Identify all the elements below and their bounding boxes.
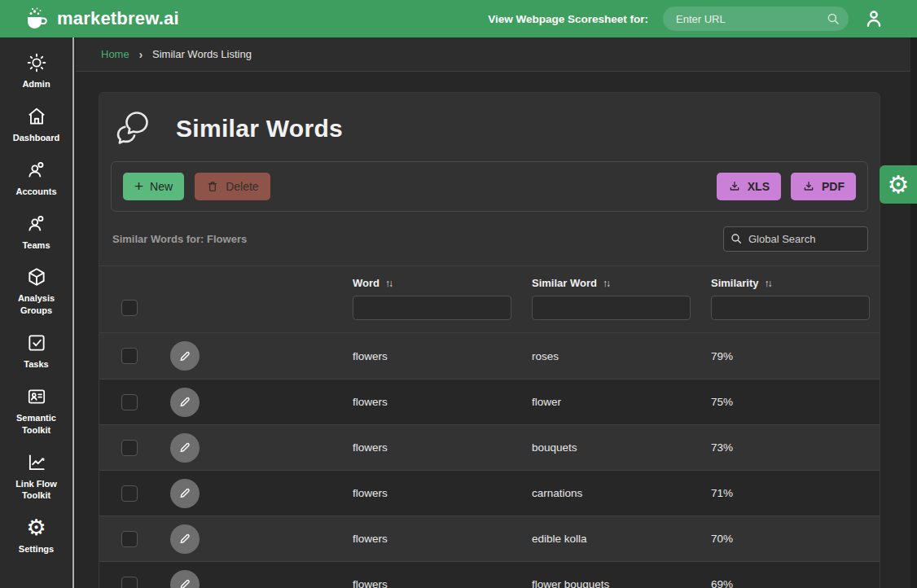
- delete-button[interactable]: Delete: [195, 173, 270, 200]
- edit-button[interactable]: [170, 341, 200, 371]
- sort-icon[interactable]: ↑↓: [765, 278, 771, 289]
- word-cell: flowers: [353, 487, 532, 499]
- similar-word-cell: bouquets: [532, 441, 711, 454]
- sidebar: Admin Dashboard Accounts Teams: [0, 37, 74, 588]
- row-checkbox[interactable]: [121, 440, 138, 456]
- edit-button[interactable]: [170, 433, 200, 463]
- settings-flyout-button[interactable]: ⚙: [880, 165, 917, 204]
- pencil-icon: [178, 395, 192, 409]
- sidebar-item-analysis-groups[interactable]: Analysis Groups: [2, 266, 71, 317]
- export-pdf-button[interactable]: PDF: [791, 173, 856, 200]
- sidebar-item-settings[interactable]: ⚙ Settings: [2, 517, 71, 555]
- table-row: flowers bouquets 73%: [99, 424, 880, 470]
- similarity-filter-input[interactable]: [711, 296, 870, 320]
- chat-bubbles-icon: [112, 109, 153, 148]
- sort-icon[interactable]: ↑↓: [385, 278, 392, 289]
- xls-button-label: XLS: [748, 180, 770, 193]
- breadcrumb-home-link[interactable]: Home: [101, 48, 129, 60]
- brand-logo[interactable]: marketbrew.ai: [23, 7, 179, 31]
- table-row: flowers roses 79%: [99, 333, 880, 379]
- table-row: flowers flower 75%: [99, 379, 880, 424]
- pencil-icon: [178, 349, 192, 363]
- similarity-cell: 69%: [711, 578, 880, 588]
- export-xls-button[interactable]: XLS: [717, 173, 781, 200]
- id-card-icon: [26, 386, 47, 407]
- edit-button[interactable]: [170, 388, 200, 417]
- sidebar-label: Tasks: [24, 358, 48, 371]
- sidebar-label: Link Flow Toolkit: [2, 478, 71, 502]
- table-row: flowers edible kolla 70%: [99, 516, 880, 561]
- top-header: marketbrew.ai View Webpage Scoresheet fo…: [0, 0, 917, 37]
- table-row: flowers flower bouquets 69%: [99, 561, 880, 588]
- word-filter-input[interactable]: [353, 296, 511, 320]
- similar-words-card: Similar Words + New Delete XLS: [99, 92, 880, 588]
- edit-button[interactable]: [170, 570, 200, 588]
- pencil-icon: [178, 532, 192, 546]
- url-input[interactable]: [663, 7, 849, 31]
- similarity-cell: 75%: [711, 396, 880, 408]
- table-header: Word ↑↓ Similar Word ↑↓ Similarity ↑↓: [99, 265, 880, 333]
- chevron-right-icon: ›: [139, 47, 143, 61]
- word-cell: flowers: [353, 441, 532, 454]
- sidebar-item-link-flow-toolkit[interactable]: Link Flow Toolkit: [2, 452, 71, 502]
- users-icon: [26, 160, 47, 181]
- scoresheet-label: View Webpage Scoresheet for:: [488, 13, 648, 25]
- table-body: flowers roses 79% flowers flower 75%: [99, 333, 880, 588]
- users-icon: [26, 213, 47, 235]
- table-subtitle: Similar Words for: Flowers: [112, 233, 247, 245]
- row-checkbox[interactable]: [121, 577, 138, 588]
- pdf-button-label: PDF: [822, 180, 845, 193]
- similar-word-filter-input[interactable]: [532, 296, 691, 320]
- edit-button[interactable]: [170, 479, 200, 508]
- user-account-button[interactable]: [863, 8, 884, 29]
- sidebar-label: Analysis Groups: [2, 292, 71, 317]
- word-cell: flowers: [353, 533, 532, 545]
- similar-word-cell: edible kolla: [532, 533, 711, 545]
- home-icon: [26, 106, 47, 127]
- search-icon: [730, 232, 743, 245]
- column-label: Similarity: [711, 277, 759, 289]
- sidebar-item-admin[interactable]: Admin: [2, 52, 71, 90]
- search-icon[interactable]: [826, 11, 840, 26]
- select-all-checkbox[interactable]: [121, 300, 138, 316]
- column-header-similarity[interactable]: Similarity ↑↓: [711, 277, 880, 289]
- sidebar-item-accounts[interactable]: Accounts: [2, 160, 71, 198]
- download-icon: [728, 180, 741, 193]
- global-search-wrap: [723, 226, 868, 252]
- gear-icon: ⚙: [26, 517, 46, 538]
- global-search-input[interactable]: [723, 226, 868, 252]
- trash-icon: [206, 180, 219, 193]
- similarity-cell: 73%: [711, 441, 880, 454]
- sort-icon[interactable]: ↑↓: [603, 278, 609, 289]
- word-cell: flowers: [353, 350, 532, 362]
- word-cell: flowers: [353, 578, 532, 588]
- word-cell: flowers: [353, 396, 532, 408]
- gear-icon: ⚙: [888, 174, 910, 195]
- person-icon: [863, 8, 884, 29]
- sidebar-item-semantic-toolkit[interactable]: Semantic Toolkit: [2, 386, 71, 437]
- row-checkbox[interactable]: [121, 394, 138, 410]
- sidebar-item-dashboard[interactable]: Dashboard: [2, 106, 71, 144]
- sidebar-item-tasks[interactable]: Tasks: [2, 332, 71, 371]
- download-icon: [802, 180, 815, 193]
- row-checkbox[interactable]: [121, 531, 138, 547]
- url-input-wrap: [663, 7, 849, 31]
- edit-button[interactable]: [170, 524, 200, 554]
- scrollbar-track[interactable]: [910, 37, 917, 588]
- table-row: flowers carnations 71%: [99, 470, 880, 516]
- new-button[interactable]: + New: [123, 173, 184, 200]
- checkbox-icon: [26, 332, 47, 353]
- similar-word-cell: roses: [532, 350, 711, 362]
- column-header-word[interactable]: Word ↑↓: [353, 277, 532, 289]
- page-title: Similar Words: [176, 115, 343, 143]
- breadcrumb-current: Similar Words Listing: [152, 48, 252, 60]
- pencil-icon: [178, 441, 192, 454]
- sidebar-label: Dashboard: [13, 132, 59, 144]
- row-checkbox[interactable]: [121, 348, 138, 364]
- sidebar-item-teams[interactable]: Teams: [2, 213, 71, 252]
- pencil-icon: [178, 577, 192, 588]
- column-header-similar-word[interactable]: Similar Word ↑↓: [532, 277, 711, 289]
- similar-word-cell: carnations: [532, 487, 711, 499]
- brand-name: marketbrew.ai: [57, 8, 179, 29]
- row-checkbox[interactable]: [121, 485, 138, 502]
